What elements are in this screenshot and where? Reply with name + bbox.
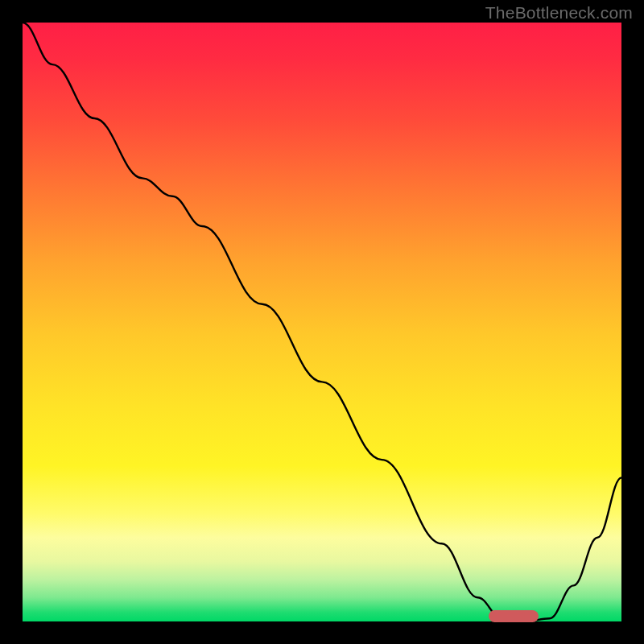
plot-area [23, 23, 621, 621]
bottleneck-curve [23, 23, 621, 621]
minimum-marker [489, 610, 539, 622]
chart-frame: TheBottleneck.com [0, 0, 644, 644]
curve-path [23, 23, 621, 621]
watermark-text: TheBottleneck.com [485, 3, 633, 23]
